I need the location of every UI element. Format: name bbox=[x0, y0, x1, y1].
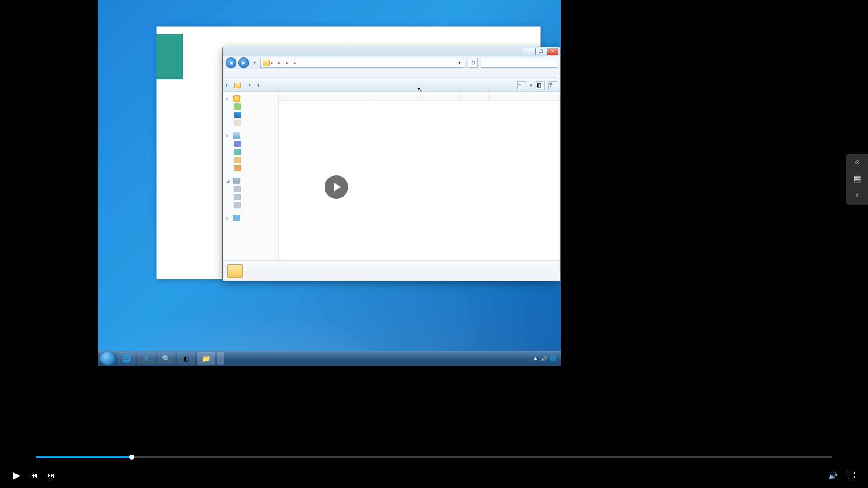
taskbar-app-icon[interactable] bbox=[217, 352, 224, 365]
taskbar-ie-icon[interactable]: 🌐 bbox=[118, 352, 136, 365]
tray-icon[interactable]: 🌐 bbox=[550, 356, 556, 361]
nav-forward-button[interactable]: ► bbox=[238, 57, 249, 68]
column-type[interactable] bbox=[416, 92, 460, 100]
library-icon bbox=[233, 132, 240, 139]
preview-pane-button[interactable]: ◧ bbox=[536, 81, 545, 89]
desktop-icon bbox=[234, 112, 241, 118]
nav-history-dropdown[interactable]: ▾ bbox=[252, 60, 258, 65]
side-courseware[interactable]: ▤ bbox=[854, 174, 861, 185]
breadcrumb[interactable]: ▸ ▸ ▸ ▸ ▾ bbox=[260, 58, 465, 68]
toolbar-organize[interactable] bbox=[226, 83, 228, 88]
progress-knob[interactable] bbox=[129, 455, 134, 460]
nav-computer[interactable]: ◢ bbox=[223, 177, 278, 185]
view-dropdown[interactable]: ▾ bbox=[530, 83, 532, 88]
video-icon bbox=[234, 141, 241, 147]
nav-videos[interactable] bbox=[223, 140, 278, 148]
nav-libraries[interactable]: ▷ bbox=[223, 131, 278, 140]
file-list bbox=[279, 92, 560, 260]
column-date[interactable] bbox=[373, 92, 416, 100]
help-button[interactable]: ? bbox=[548, 81, 557, 89]
doc-icon: ▤ bbox=[854, 174, 861, 183]
computer-icon bbox=[233, 178, 240, 184]
video-controls: ▶ ⏮ ⏭ 🔊 ⛶ bbox=[0, 456, 868, 488]
background-window-tab bbox=[156, 34, 183, 79]
document-icon bbox=[234, 157, 241, 163]
details-pane bbox=[223, 260, 560, 281]
star-icon bbox=[233, 95, 240, 102]
network-icon bbox=[233, 215, 240, 221]
tray-icon[interactable]: ▲ bbox=[533, 356, 538, 361]
column-size[interactable] bbox=[460, 92, 489, 100]
nav-back-button[interactable]: ◄ bbox=[226, 57, 236, 68]
download-icon bbox=[234, 103, 241, 110]
music-icon bbox=[234, 165, 241, 171]
nav-favorites[interactable]: ▷ bbox=[223, 94, 278, 103]
explorer-titlebar[interactable]: — ☐ ✕ bbox=[223, 47, 560, 56]
side-ai-watch[interactable]: ⟐ bbox=[855, 157, 860, 168]
drive-icon bbox=[234, 186, 241, 192]
progress-bar[interactable] bbox=[36, 456, 832, 458]
nav-network[interactable]: ▷ bbox=[223, 214, 278, 222]
nav-music[interactable] bbox=[223, 164, 278, 172]
fullscreen-button[interactable]: ⛶ bbox=[848, 471, 855, 479]
column-name[interactable] bbox=[279, 92, 373, 100]
nav-recent[interactable] bbox=[223, 119, 278, 127]
breadcrumb-dropdown[interactable]: ▾ bbox=[456, 58, 463, 67]
maximize-button[interactable]: ☐ bbox=[535, 48, 547, 55]
search-input[interactable] bbox=[481, 58, 557, 68]
folder-thumbnail-icon bbox=[227, 264, 243, 278]
play-button[interactable]: ▶ bbox=[13, 469, 20, 481]
taskbar-explorer-icon[interactable]: 📁 bbox=[197, 352, 215, 365]
taskbar-kugou-icon[interactable]: K bbox=[137, 352, 156, 365]
nav-drive-c[interactable] bbox=[223, 185, 278, 193]
nav-drive-d[interactable] bbox=[223, 193, 278, 201]
toolbar-share[interactable] bbox=[257, 83, 259, 88]
start-button[interactable] bbox=[99, 352, 116, 365]
nav-drive-e[interactable] bbox=[223, 201, 278, 209]
windows-taskbar[interactable]: 🌐 K 🔍 ◐ 📁 ▲ 🔊 🌐 bbox=[98, 351, 561, 366]
recent-icon bbox=[234, 120, 241, 126]
video-play-overlay[interactable] bbox=[325, 175, 348, 199]
toolbar-open[interactable] bbox=[234, 83, 242, 88]
nav-documents[interactable] bbox=[223, 156, 278, 164]
volume-button[interactable]: 🔊 bbox=[828, 471, 837, 480]
view-mode-button[interactable]: ≡ bbox=[517, 81, 526, 89]
toolbar-include-library[interactable] bbox=[249, 83, 251, 88]
drive-icon bbox=[234, 202, 241, 208]
folder-icon bbox=[234, 83, 241, 88]
video-letterbox-left bbox=[0, 0, 98, 366]
side-panel: ⟐ ▤ ‹ bbox=[846, 154, 868, 205]
explorer-window: — ☐ ✕ ◄ ► ▾ ▸ ▸ ▸ ▸ ▾ bbox=[222, 47, 561, 281]
drive-icon bbox=[234, 194, 241, 200]
taskbar-sogou-icon[interactable]: 🔍 bbox=[157, 352, 175, 365]
nav-downloads[interactable] bbox=[223, 103, 278, 111]
close-button[interactable]: ✕ bbox=[547, 48, 558, 55]
taskbar-app-icon[interactable]: ◐ bbox=[177, 352, 195, 365]
folder-icon bbox=[263, 60, 270, 66]
next-button[interactable]: ⏭ bbox=[47, 471, 55, 479]
minimize-button[interactable]: — bbox=[524, 48, 536, 55]
chevron-left-icon: ‹ bbox=[856, 190, 859, 200]
refresh-button[interactable]: ↻ bbox=[468, 58, 478, 68]
side-expand[interactable]: ‹ bbox=[856, 190, 859, 201]
nav-pictures[interactable] bbox=[223, 148, 278, 156]
nav-tree: ▷ ▷ ◢ bbox=[223, 92, 279, 260]
nav-desktop[interactable] bbox=[223, 111, 278, 119]
prev-button[interactable]: ⏮ bbox=[30, 471, 38, 479]
video-letterbox-right bbox=[561, 0, 868, 366]
picture-icon bbox=[234, 149, 241, 155]
tray-icon[interactable]: 🔊 bbox=[541, 356, 547, 361]
ai-icon: ⟐ bbox=[855, 157, 860, 167]
